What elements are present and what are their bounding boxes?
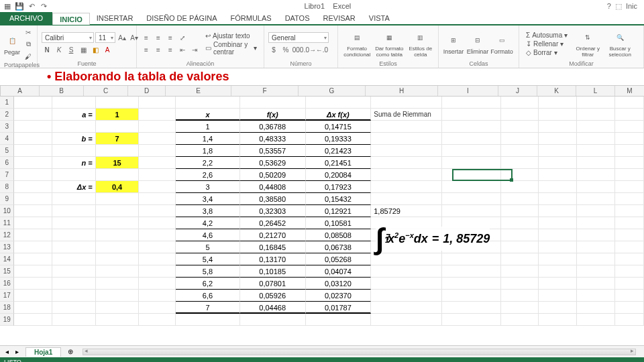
- cell-I3[interactable]: [442, 121, 501, 133]
- cell-D16[interactable]: [139, 278, 176, 290]
- cell-G7[interactable]: 0,20084: [306, 169, 372, 181]
- cell-M4[interactable]: [615, 133, 644, 145]
- cell-M18[interactable]: [615, 302, 644, 314]
- cell-J9[interactable]: [501, 193, 539, 205]
- cell-F4[interactable]: 0,48333: [240, 133, 306, 145]
- cell-M3[interactable]: [615, 121, 644, 133]
- conditional-format-button[interactable]: ▤ Formato condicional: [342, 30, 372, 58]
- cell-G18[interactable]: 0,01787: [306, 302, 372, 314]
- cell-F2[interactable]: f(x): [240, 109, 306, 121]
- align-top-icon[interactable]: ≡: [141, 32, 152, 43]
- align-middle-icon[interactable]: ≡: [153, 32, 164, 43]
- cell-D3[interactable]: [139, 121, 176, 133]
- cell-J15[interactable]: [501, 265, 539, 278]
- cell-L16[interactable]: [577, 278, 615, 290]
- row-header-17[interactable]: 17: [0, 290, 14, 302]
- cell-A6[interactable]: [14, 157, 52, 169]
- dec-decimal-icon[interactable]: ←.0: [317, 44, 327, 55]
- cell-I2[interactable]: [442, 109, 501, 121]
- cell-H2[interactable]: Suma de Riemman: [371, 109, 441, 121]
- cell-J19[interactable]: [501, 314, 539, 326]
- cell-H9[interactable]: [371, 193, 441, 205]
- cell-G19[interactable]: [306, 314, 372, 326]
- cell-K8[interactable]: [539, 181, 577, 193]
- cell-D12[interactable]: [139, 229, 176, 241]
- cell-M2[interactable]: [615, 109, 644, 121]
- cell-L11[interactable]: [577, 217, 615, 229]
- cell-D18[interactable]: [139, 302, 176, 314]
- cell-M14[interactable]: [615, 253, 644, 265]
- cell-L5[interactable]: [577, 145, 615, 157]
- cell-G17[interactable]: 0,02370: [306, 290, 372, 302]
- cell-L9[interactable]: [577, 193, 615, 205]
- cell-styles-button[interactable]: ▥ Estilos de celda: [407, 30, 434, 58]
- cell-K18[interactable]: [539, 302, 577, 314]
- cell-B7[interactable]: [52, 169, 96, 181]
- horizontal-scrollbar[interactable]: [83, 349, 636, 355]
- cell-L13[interactable]: [577, 241, 615, 253]
- brush-icon[interactable]: 🖌: [23, 51, 34, 62]
- cell-C12[interactable]: [96, 229, 140, 241]
- cell-C3[interactable]: [96, 121, 140, 133]
- cell-J1[interactable]: [501, 97, 539, 109]
- align-center-icon[interactable]: ≡: [153, 44, 164, 55]
- col-header-C[interactable]: C: [84, 86, 128, 96]
- row-header-4[interactable]: 4: [0, 133, 14, 145]
- align-left-icon[interactable]: ≡: [141, 44, 152, 55]
- cell-F10[interactable]: 0,32303: [240, 205, 306, 217]
- cut-icon[interactable]: ✂: [23, 27, 34, 38]
- cell-G4[interactable]: 0,19333: [306, 133, 372, 145]
- cell-A10[interactable]: [14, 205, 52, 217]
- wrap-text-button[interactable]: ↩Ajustar texto: [203, 32, 260, 40]
- tab-layout[interactable]: DISEÑO DE PÁGINA: [140, 12, 223, 24]
- row-header-1[interactable]: 1: [0, 97, 14, 109]
- cell-F11[interactable]: 0,26452: [240, 217, 306, 229]
- cell-B4[interactable]: b =: [52, 133, 96, 145]
- cell-L12[interactable]: [577, 229, 615, 241]
- cell-M1[interactable]: [615, 97, 644, 109]
- cell-I16[interactable]: [442, 278, 501, 290]
- cell-E6[interactable]: 2,2: [176, 157, 240, 169]
- cell-C5[interactable]: [96, 145, 140, 157]
- cell-F7[interactable]: 0,50209: [240, 169, 306, 181]
- cell-A7[interactable]: [14, 169, 52, 181]
- cell-J12[interactable]: [501, 229, 539, 241]
- sheet-tab-active[interactable]: Hoja1: [25, 347, 61, 357]
- signin-link[interactable]: Inic: [626, 2, 637, 11]
- cell-L8[interactable]: [577, 181, 615, 193]
- cell-C10[interactable]: [96, 205, 140, 217]
- cell-E12[interactable]: 4,6: [176, 229, 240, 241]
- cell-I17[interactable]: [442, 290, 501, 302]
- cell-G8[interactable]: 0,17923: [306, 181, 372, 193]
- col-header-M[interactable]: M: [615, 86, 644, 96]
- cell-B8[interactable]: Δx =: [52, 181, 96, 193]
- cell-E18[interactable]: 7: [176, 302, 240, 314]
- cell-M9[interactable]: [615, 193, 644, 205]
- cell-C17[interactable]: [96, 290, 140, 302]
- cell-A8[interactable]: [14, 181, 52, 193]
- cell-A3[interactable]: [14, 121, 52, 133]
- cell-F17[interactable]: 0,05926: [240, 290, 306, 302]
- cell-K12[interactable]: [539, 229, 577, 241]
- cell-J6[interactable]: [501, 157, 539, 169]
- cell-C9[interactable]: [96, 193, 140, 205]
- cell-L6[interactable]: [577, 157, 615, 169]
- col-header-G[interactable]: G: [299, 86, 366, 96]
- cell-E13[interactable]: 5: [176, 241, 240, 253]
- cell-K15[interactable]: [539, 265, 577, 278]
- cell-M8[interactable]: [615, 181, 644, 193]
- cell-D15[interactable]: [139, 265, 176, 278]
- cell-C7[interactable]: [96, 169, 140, 181]
- col-header-I[interactable]: I: [438, 86, 498, 96]
- cell-B1[interactable]: [52, 97, 96, 109]
- number-format-dropdown[interactable]: General: [268, 32, 329, 43]
- cell-G3[interactable]: 0,14715: [306, 121, 372, 133]
- currency-icon[interactable]: $: [268, 44, 279, 55]
- row-header-12[interactable]: 12: [0, 229, 14, 241]
- cell-H19[interactable]: [371, 314, 441, 326]
- cell-K19[interactable]: [539, 314, 577, 326]
- cell-L14[interactable]: [577, 253, 615, 265]
- col-header-J[interactable]: J: [498, 86, 537, 96]
- cell-E14[interactable]: 5,4: [176, 253, 240, 265]
- cell-B5[interactable]: [52, 145, 96, 157]
